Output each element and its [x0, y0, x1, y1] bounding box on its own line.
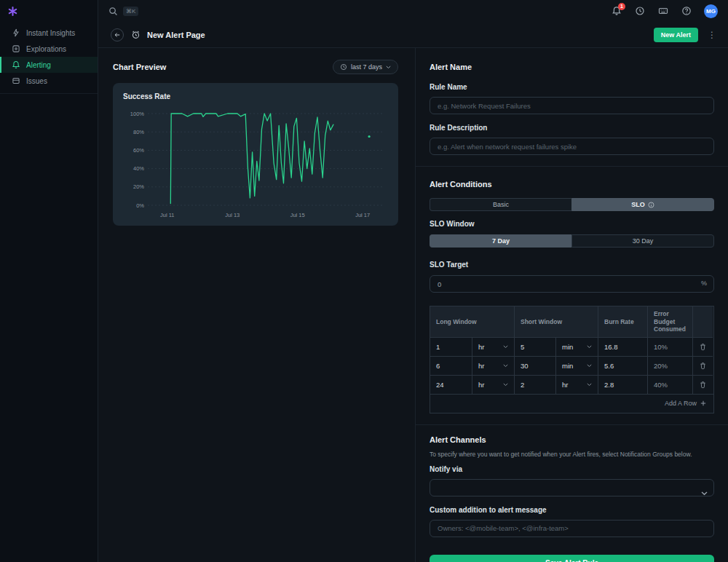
tab-basic-label: Basic — [493, 201, 509, 208]
sidebar-item-issues[interactable]: Issues — [0, 73, 98, 89]
bell-icon — [12, 60, 20, 69]
add-row-button[interactable]: Add A Row — [430, 394, 713, 413]
long-window-value[interactable]: 24 — [430, 375, 472, 394]
trash-icon — [699, 343, 707, 351]
unit-label: hr — [478, 381, 484, 389]
svg-text:Jul 13: Jul 13 — [225, 212, 240, 218]
page-header-actions: New Alert ⋮ — [654, 28, 716, 42]
notifications-button[interactable]: 1 — [611, 6, 622, 17]
column-header-long-window: Long Window — [430, 306, 514, 337]
short-window-unit-select[interactable]: hr — [555, 375, 598, 394]
user-avatar[interactable]: MG — [704, 4, 718, 18]
slo-target-input[interactable] — [430, 275, 714, 293]
trash-icon — [699, 381, 707, 389]
chevron-down-icon — [587, 383, 592, 387]
brand-logo-icon[interactable] — [7, 6, 18, 17]
tab-7-day[interactable]: 7 Day — [430, 234, 571, 248]
delete-row-button[interactable] — [692, 337, 713, 356]
sidebar-item-label: Alerting — [26, 61, 51, 69]
custom-message-label: Custom addition to alert message — [430, 506, 714, 514]
custom-message-input[interactable] — [430, 520, 714, 537]
condition-type-tabs: Basic SLO — [430, 198, 714, 211]
tab-basic[interactable]: Basic — [430, 198, 571, 211]
svg-text:60%: 60% — [133, 147, 144, 154]
explorations-icon — [12, 44, 20, 53]
long-window-unit-select[interactable]: hr — [472, 337, 514, 356]
alert-name-heading: Alert Name — [430, 63, 714, 71]
sidebar-item-label: Explorations — [26, 45, 66, 53]
tab-slo[interactable]: SLO — [571, 198, 714, 211]
unit-label: hr — [562, 381, 568, 389]
overflow-menu-icon[interactable]: ⋮ — [708, 31, 716, 39]
chart-preview-panel: Chart Preview last 7 days Success Rate 0… — [98, 48, 415, 562]
alert-channels-section: Alert Channels To specify where you want… — [416, 425, 728, 562]
short-window-value[interactable]: 30 — [514, 356, 555, 375]
column-header-burn-rate: Burn Rate — [598, 306, 647, 337]
page-title: New Alert Page — [147, 31, 205, 39]
column-header-actions — [692, 306, 713, 337]
notify-via-select[interactable] — [430, 479, 714, 496]
app-root: Instant Insights Explorations Alerting I… — [0, 0, 728, 562]
alert-conditions-section: Alert Conditions Basic SLO SLO Window — [416, 167, 728, 413]
alert-form-panel: Alert Name Rule Name Rule Description Al… — [415, 48, 728, 562]
topbar: ⌘K 1 MG — [98, 0, 728, 22]
alarm-icon — [131, 30, 141, 39]
search-icon — [108, 7, 118, 16]
svg-text:Jul 17: Jul 17 — [355, 212, 370, 218]
main-area: ⌘K 1 MG — [98, 0, 728, 562]
burn-rate-value: 2.8 — [598, 375, 647, 394]
time-range-selector[interactable]: last 7 days — [333, 60, 398, 74]
short-window-value[interactable]: 5 — [514, 337, 555, 356]
svg-text:100%: 100% — [130, 111, 145, 117]
svg-text:80%: 80% — [133, 129, 144, 135]
burn-rate-table-grid: Long Window Short Window Burn Rate Error… — [430, 306, 713, 394]
rule-name-input[interactable] — [430, 97, 714, 114]
unit-label: hr — [478, 343, 484, 351]
slo-target-field: % — [430, 275, 714, 293]
success-rate-chart-card: Success Rate 0%20%40%60%80%100%Jul 11Jul… — [113, 83, 398, 226]
new-alert-button[interactable]: New Alert — [654, 28, 698, 42]
unit-label: hr — [478, 362, 484, 370]
delete-row-button[interactable] — [692, 375, 713, 394]
delete-row-button[interactable] — [692, 356, 713, 375]
burn-rate-value: 5.6 — [598, 356, 647, 375]
sidebar-item-instant-insights[interactable]: Instant Insights — [0, 25, 98, 41]
chevron-down-icon — [587, 364, 592, 368]
rule-description-label: Rule Description — [430, 124, 714, 132]
long-window-unit-select[interactable]: hr — [472, 375, 514, 394]
alert-channels-heading: Alert Channels — [430, 435, 714, 444]
column-header-error-budget: Error Budget Consumed — [647, 306, 692, 337]
short-window-value[interactable]: 2 — [514, 375, 555, 394]
logo-row — [0, 0, 98, 22]
error-budget-value: 20% — [647, 356, 692, 375]
short-window-unit-select[interactable]: min — [555, 337, 598, 356]
global-search[interactable]: ⌘K — [108, 7, 138, 16]
long-window-value[interactable]: 6 — [430, 356, 472, 375]
keyboard-shortcuts-button[interactable] — [657, 6, 668, 17]
content: Chart Preview last 7 days Success Rate 0… — [98, 48, 728, 562]
info-icon — [648, 202, 654, 208]
sidebar-item-explorations[interactable]: Explorations — [0, 41, 98, 57]
sidebar: Instant Insights Explorations Alerting I… — [0, 0, 98, 562]
chevron-down-icon — [503, 364, 508, 368]
back-button[interactable] — [111, 28, 124, 41]
short-window-unit-select[interactable]: min — [555, 356, 598, 375]
long-window-value[interactable]: 1 — [430, 337, 472, 356]
page-header: New Alert Page New Alert ⋮ — [98, 22, 728, 48]
long-window-unit-select[interactable]: hr — [472, 356, 514, 375]
help-button[interactable] — [681, 6, 692, 17]
save-alert-rule-button[interactable]: Save Alert Rule — [430, 555, 714, 562]
rule-description-input[interactable] — [430, 138, 714, 155]
time-range-label: last 7 days — [351, 63, 382, 71]
alert-conditions-heading: Alert Conditions — [430, 180, 714, 189]
slo-window-label: SLO Window — [430, 220, 714, 228]
slo-window-tabs: 7 Day 30 Day — [430, 234, 714, 248]
history-button[interactable] — [634, 6, 645, 17]
tab-30-day[interactable]: 30 Day — [571, 234, 714, 248]
keyboard-icon — [658, 6, 668, 16]
lightning-icon — [12, 28, 20, 37]
sidebar-item-label: Issues — [26, 77, 47, 85]
help-icon — [681, 6, 692, 16]
sidebar-item-alerting[interactable]: Alerting — [0, 57, 98, 73]
clock-icon — [340, 63, 347, 71]
